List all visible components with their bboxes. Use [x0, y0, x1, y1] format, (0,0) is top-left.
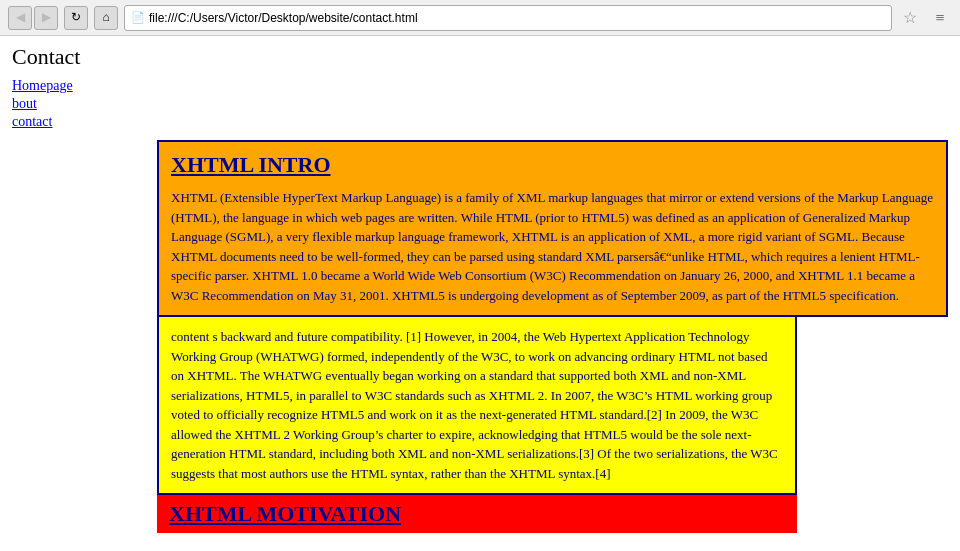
forward-button[interactable]: ▶: [34, 6, 58, 30]
xhtml-intro-title: XHTML INTRO: [171, 152, 934, 178]
xhtml-second-text: content s backward and future compatibil…: [171, 327, 783, 483]
home-button[interactable]: ⌂: [94, 6, 118, 30]
xhtml-intro-text: XHTML (Extensible HyperText Markup Langu…: [171, 188, 934, 305]
menu-icon[interactable]: ≡: [928, 6, 952, 30]
nav-link-contact[interactable]: contact: [12, 114, 948, 130]
nav-links: Homepage bout contact: [12, 78, 948, 130]
bookmark-star-icon[interactable]: ☆: [898, 6, 922, 30]
nav-link-about[interactable]: bout: [12, 96, 948, 112]
address-bar-container: 📄: [124, 5, 892, 31]
page-content: Contact Homepage bout contact XHTML INTR…: [0, 36, 960, 541]
nav-buttons: ◀ ▶: [8, 6, 58, 30]
xhtml-second-box: content s backward and future compatibil…: [157, 317, 797, 495]
xhtml-intro-box: XHTML INTRO XHTML (Extensible HyperText …: [157, 140, 948, 317]
file-icon: 📄: [131, 11, 145, 24]
address-bar[interactable]: [149, 11, 885, 25]
back-button[interactable]: ◀: [8, 6, 32, 30]
page-title: Contact: [12, 44, 948, 70]
nav-link-homepage[interactable]: Homepage: [12, 78, 948, 94]
browser-chrome: ◀ ▶ ↻ ⌂ 📄 ☆ ≡: [0, 0, 960, 36]
xhtml-motivation-title: XHTML MOTIVATION: [169, 501, 785, 527]
main-content-area: XHTML INTRO XHTML (Extensible HyperText …: [157, 140, 948, 533]
xhtml-motivation-box: XHTML MOTIVATION: [157, 495, 797, 533]
refresh-button[interactable]: ↻: [64, 6, 88, 30]
